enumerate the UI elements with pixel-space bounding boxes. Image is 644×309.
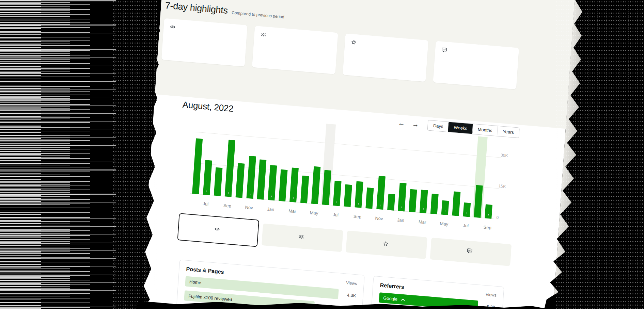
y-axis-label-15k: 15K — [498, 183, 516, 190]
x-axis-label-empty — [428, 220, 439, 226]
posts-pages-module: Posts & Pages Views Home4.3KFujifilm x10… — [175, 260, 365, 309]
x-axis-label-may: May — [439, 221, 450, 227]
x-axis-label-empty — [254, 206, 266, 212]
period-tab-weeks[interactable]: Weeks — [447, 121, 473, 134]
summary-tab-visitors[interactable] — [262, 224, 343, 252]
x-axis-label-empty — [341, 213, 352, 219]
x-axis-label-empty — [298, 209, 309, 215]
next-period-arrow[interactable]: → — [412, 120, 419, 128]
referrers-module: Referrers Views Google6.2K — [369, 276, 504, 309]
x-axis-label-mar: Mar — [417, 219, 428, 225]
views-bar[interactable] — [387, 194, 395, 211]
stats-page: 7-day highlights Compared to previous pe… — [135, 0, 575, 309]
x-axis-label-empty — [363, 214, 374, 221]
x-axis-label-empty — [384, 216, 395, 223]
x-axis-label-sep: Sep — [482, 225, 493, 231]
row-label: Home — [189, 279, 202, 285]
x-axis-label-jul: Jul — [330, 212, 341, 218]
x-axis-label-jul: Jul — [200, 201, 211, 207]
x-axis-label-empty — [449, 222, 460, 228]
x-axis-label-empty — [319, 211, 330, 217]
period-tab-days[interactable]: Days — [428, 120, 449, 132]
x-axis-label-jul: Jul — [460, 223, 471, 229]
speckle-noise-right — [555, 0, 644, 309]
y-axis-label-0: 0 — [496, 215, 514, 221]
posts-views-column-header: Views — [346, 280, 357, 286]
prev-period-arrow[interactable]: ← — [398, 119, 405, 127]
eye-icon — [214, 226, 220, 232]
views-bar[interactable] — [365, 188, 374, 209]
posts-pages-title: Posts & Pages — [186, 266, 224, 275]
x-axis-label-empty — [233, 204, 244, 210]
period-tab-years[interactable]: Years — [497, 126, 519, 137]
x-axis-label-jan: Jan — [265, 206, 276, 212]
x-axis-label-empty — [276, 207, 287, 213]
summary-tab-comments[interactable] — [430, 238, 512, 266]
row-label: Fujifilm x100 reviewed — [188, 293, 232, 302]
screenshot-stage: 7-day highlights Compared to previous pe… — [0, 0, 644, 309]
eye-icon — [170, 24, 241, 37]
x-axis-label-nov: Nov — [374, 215, 385, 222]
speckle-noise-left — [112, 0, 157, 309]
period-tab-months[interactable]: Months — [472, 124, 498, 136]
highlight-card-comments — [433, 41, 519, 89]
x-axis-label-jan: Jan — [395, 217, 406, 223]
x-axis-label-mar: Mar — [287, 208, 298, 214]
x-axis-label-sep: Sep — [352, 214, 363, 220]
x-axis-label-empty — [189, 200, 201, 206]
row-label: Google — [383, 295, 398, 302]
chevron-up-icon[interactable] — [401, 297, 405, 302]
x-axis-label-sep: Sep — [222, 203, 233, 209]
star-icon — [351, 39, 422, 52]
row-views-value: 4.3K — [338, 292, 356, 298]
x-axis-label-empty — [406, 218, 417, 224]
star-icon — [382, 241, 388, 247]
highlight-card-views — [161, 18, 247, 67]
people-icon — [298, 234, 304, 240]
views-bar[interactable] — [463, 202, 471, 217]
referrers-views-column-header: Views — [485, 292, 497, 298]
views-bar[interactable] — [441, 200, 449, 215]
highlight-card-visitors — [252, 26, 338, 74]
referrers-title: Referrers — [380, 282, 404, 290]
people-icon — [260, 32, 331, 44]
views-bar[interactable] — [485, 204, 492, 219]
comment-icon — [467, 248, 473, 255]
x-axis-label-empty — [211, 202, 222, 208]
highlights-title: 7-day highlights — [165, 0, 228, 16]
x-axis-label-empty — [471, 224, 482, 230]
comment-icon — [441, 47, 512, 60]
tilted-sheet: 7-day highlights Compared to previous pe… — [135, 0, 609, 309]
summary-tab-likes[interactable] — [346, 231, 427, 259]
x-axis-label-may: May — [309, 210, 320, 216]
highlights-subtitle: Compared to previous period — [232, 10, 284, 19]
chart-period-title: August, 2022 — [182, 99, 234, 114]
y-axis-label-30k: 30K — [501, 153, 518, 159]
chart-section: August, 2022 ← → DaysWeeksMonthsYears 30… — [172, 97, 520, 309]
x-axis-label-nov: Nov — [244, 205, 255, 211]
highlight-card-likes — [343, 33, 428, 82]
